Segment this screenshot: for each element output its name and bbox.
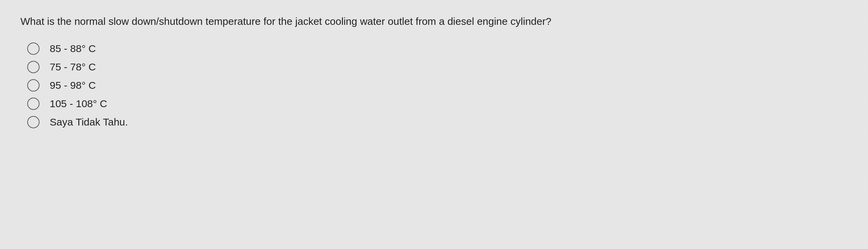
option-label-1: 85 - 88° C (50, 43, 96, 54)
option-label-3: 95 - 98° C (50, 80, 96, 91)
radio-circle-2[interactable] (27, 61, 40, 73)
radio-circle-3[interactable] (27, 79, 40, 92)
option-item-1[interactable]: 85 - 88° C (27, 43, 848, 55)
option-item-4[interactable]: 105 - 108° C (27, 98, 848, 110)
option-item-3[interactable]: 95 - 98° C (27, 79, 848, 92)
option-label-4: 105 - 108° C (50, 98, 107, 110)
radio-circle-5[interactable] (27, 116, 40, 128)
option-item-2[interactable]: 75 - 78° C (27, 61, 848, 73)
options-list: 85 - 88° C75 - 78° C95 - 98° C105 - 108°… (20, 43, 848, 128)
option-item-5[interactable]: Saya Tidak Tahu. (27, 116, 848, 128)
radio-circle-1[interactable] (27, 43, 40, 55)
question-container: What is the normal slow down/shutdown te… (20, 14, 848, 128)
option-label-5: Saya Tidak Tahu. (50, 116, 128, 128)
radio-circle-4[interactable] (27, 98, 40, 110)
option-label-2: 75 - 78° C (50, 61, 96, 73)
question-text: What is the normal slow down/shutdown te… (20, 14, 848, 29)
